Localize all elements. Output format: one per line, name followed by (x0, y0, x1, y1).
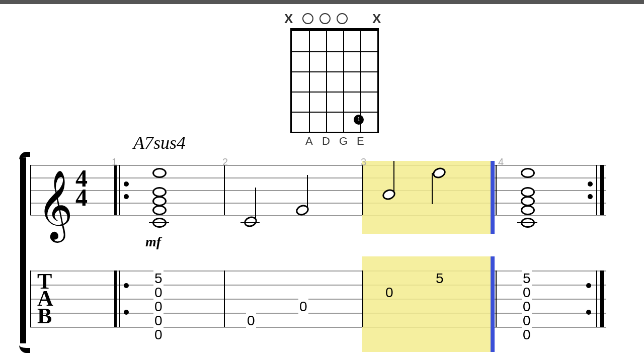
repeat-start-thick (114, 270, 117, 327)
repeat-start-thin (119, 165, 120, 215)
tab-fret[interactable]: 0 (153, 327, 164, 343)
repeat-dot (124, 194, 129, 199)
ledger-line (240, 222, 260, 223)
barline (30, 270, 31, 327)
bar-number: 1 (112, 156, 117, 168)
stem (432, 173, 433, 204)
repeat-end-thick (600, 165, 604, 215)
notehead[interactable] (521, 187, 535, 197)
repeat-end-thin (596, 165, 597, 215)
repeat-dot (124, 310, 129, 315)
playback-highlight-staff (362, 161, 493, 234)
barline (496, 165, 497, 215)
chord-string-label: A (305, 135, 313, 148)
notehead[interactable] (521, 205, 535, 215)
repeat-dot (588, 182, 593, 187)
bar-number: 3 (361, 156, 366, 168)
chord-finger-dot: 1 (354, 115, 364, 125)
chord-marker-open-4 (319, 13, 331, 24)
repeat-dot (124, 283, 129, 288)
ledger-line (149, 222, 169, 223)
chord-string-label: E (357, 135, 364, 148)
tab-clef: T A B (37, 273, 52, 325)
time-sig-den: 4 (75, 188, 88, 207)
stem (393, 161, 394, 192)
repeat-end-thin (596, 270, 597, 327)
tab-letter: B (37, 308, 52, 325)
notehead[interactable] (521, 168, 535, 178)
bracket-tip-bot (19, 340, 30, 353)
score-canvas[interactable]: X X 1 A D G E A7sus4 𝄞 4 4 1 2 3 4 (0, 4, 644, 362)
tab-fret[interactable]: 0 (246, 313, 256, 329)
playback-highlight-tab (362, 256, 493, 352)
repeat-start-thick (114, 165, 117, 215)
tab-fret[interactable]: 5 (436, 270, 444, 287)
chord-marker-open-5 (302, 13, 313, 24)
time-signature: 4 4 (75, 169, 88, 208)
playback-cursor-staff (491, 161, 495, 234)
dynamic-mark: mf (145, 234, 161, 250)
repeat-end-thick (600, 270, 604, 327)
barline (30, 165, 31, 215)
repeat-dot (586, 283, 591, 288)
barline (362, 165, 363, 215)
notehead[interactable] (152, 196, 167, 206)
chord-marker-mute-1: X (372, 12, 381, 25)
chord-string-label: G (339, 135, 348, 148)
tab-fret[interactable]: 0 (385, 285, 393, 301)
barline (224, 165, 225, 215)
bar-number: 4 (498, 156, 504, 168)
chord-marker-open-3 (337, 13, 348, 24)
repeat-start-thin (119, 270, 120, 327)
bar-number: 2 (222, 156, 228, 168)
notehead[interactable] (152, 205, 167, 215)
chord-string-label: D (322, 135, 330, 148)
notehead[interactable] (521, 196, 535, 206)
repeat-dot (586, 310, 591, 315)
stem (255, 188, 256, 219)
chord-marker-mute-6: X (284, 12, 293, 25)
ledger-line (517, 222, 537, 223)
app-titlebar (0, 0, 644, 4)
barline (496, 270, 497, 327)
repeat-dot (588, 194, 593, 199)
notehead[interactable] (152, 187, 167, 197)
repeat-dot (124, 182, 129, 187)
stem (307, 175, 308, 207)
tab-fret[interactable]: 0 (522, 327, 532, 343)
barline (224, 270, 225, 327)
chord-name: A7sus4 (133, 132, 186, 153)
barline (362, 270, 363, 327)
system-bracket (20, 157, 26, 343)
tab-fret[interactable]: 0 (298, 299, 308, 315)
notehead[interactable] (152, 168, 167, 178)
bracket-tip-top (19, 152, 30, 165)
chord-diagram (290, 28, 379, 133)
playback-cursor-tab (491, 256, 495, 352)
